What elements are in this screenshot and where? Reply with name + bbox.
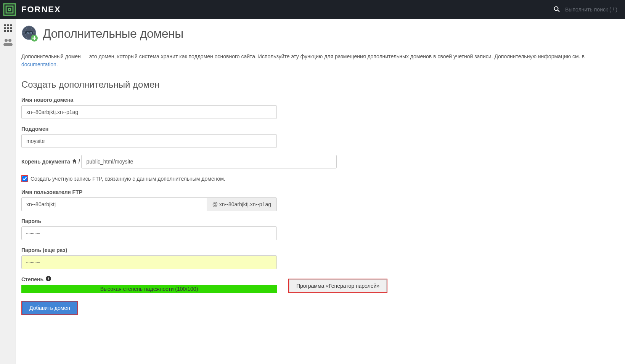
svg-point-17 bbox=[7, 43, 13, 46]
svg-rect-8 bbox=[4, 27, 6, 29]
strength-bar: Высокая степень надежности (100/100) bbox=[21, 285, 277, 293]
new-domain-label: Имя нового домена bbox=[21, 97, 614, 103]
submit-button-highlight: Добавить домен bbox=[21, 301, 78, 315]
svg-rect-2 bbox=[8, 8, 11, 11]
search-area[interactable]: Выполнить поиск ( / ) bbox=[546, 0, 625, 19]
fornex-logo-icon bbox=[0, 0, 19, 19]
logo-area: FORNEX bbox=[0, 0, 61, 19]
svg-point-14 bbox=[5, 39, 8, 42]
password2-input[interactable] bbox=[21, 255, 277, 269]
password-generator-button[interactable]: Программа «Генератор паролей» bbox=[289, 279, 387, 292]
svg-text:i: i bbox=[48, 277, 49, 281]
search-placeholder: Выполнить поиск ( / ) bbox=[565, 6, 617, 13]
svg-rect-11 bbox=[4, 30, 6, 32]
top-header: FORNEX Выполнить поиск ( / ) bbox=[0, 0, 625, 19]
home-icon bbox=[72, 159, 77, 165]
addon-domains-icon: .com bbox=[21, 25, 38, 42]
svg-point-15 bbox=[8, 39, 11, 42]
svg-rect-5 bbox=[4, 24, 6, 26]
svg-line-4 bbox=[558, 10, 560, 12]
svg-rect-10 bbox=[10, 27, 12, 29]
docroot-label: Корень документа / bbox=[21, 159, 80, 165]
sidebar bbox=[0, 19, 16, 364]
subdomain-input[interactable] bbox=[21, 134, 277, 148]
docroot-suffix: / bbox=[79, 159, 80, 165]
intro-text-after: . bbox=[56, 61, 58, 67]
svg-rect-6 bbox=[7, 24, 9, 26]
documentation-link[interactable]: documentation bbox=[21, 61, 56, 67]
ftp-user-addon: @ xn--80arbjktj.xn--p1ag bbox=[207, 197, 277, 211]
svg-point-3 bbox=[554, 6, 558, 10]
intro-text: Дополнительный домен — это домен, которы… bbox=[21, 53, 614, 69]
ftp-user-label: Имя пользователя FTP bbox=[21, 189, 614, 195]
ftp-checkbox-label: Создать учетную запись FTP, связанную с … bbox=[31, 176, 225, 182]
svg-text:.com: .com bbox=[26, 32, 32, 34]
gen-button-highlight: Программа «Генератор паролей» bbox=[288, 279, 387, 293]
docroot-input[interactable] bbox=[81, 155, 337, 168]
strength-label: Степень bbox=[21, 276, 43, 282]
intro-text-before: Дополнительный домен — это домен, которы… bbox=[21, 53, 585, 59]
svg-rect-13 bbox=[10, 30, 12, 32]
new-domain-input[interactable] bbox=[21, 105, 277, 119]
sidebar-apps-icon[interactable] bbox=[0, 21, 16, 35]
section-heading: Создать дополнительный домен bbox=[21, 79, 614, 90]
search-icon bbox=[554, 6, 560, 13]
docroot-label-text: Корень документа bbox=[21, 159, 70, 165]
password-input[interactable] bbox=[21, 226, 277, 240]
ftp-user-input[interactable] bbox=[21, 197, 207, 211]
svg-rect-7 bbox=[10, 24, 12, 26]
main-content: .com Дополнительные домены Дополнительны… bbox=[16, 19, 625, 364]
add-domain-button[interactable]: Добавить домен bbox=[22, 301, 77, 314]
strength-label-row: Степень i bbox=[21, 276, 51, 282]
brand-name: FORNEX bbox=[21, 5, 61, 14]
info-icon[interactable]: i bbox=[46, 276, 51, 282]
subdomain-label: Поддомен bbox=[21, 126, 614, 132]
sidebar-users-icon[interactable] bbox=[0, 35, 16, 49]
svg-rect-1 bbox=[6, 6, 13, 13]
page-title: Дополнительные домены bbox=[43, 27, 183, 41]
password2-label: Пароль (еще раз) bbox=[21, 247, 614, 253]
ftp-checkbox[interactable] bbox=[22, 176, 27, 181]
ftp-checkbox-highlight bbox=[21, 175, 28, 182]
svg-rect-9 bbox=[7, 27, 9, 29]
svg-rect-12 bbox=[7, 30, 9, 32]
password-label: Пароль bbox=[21, 218, 614, 224]
